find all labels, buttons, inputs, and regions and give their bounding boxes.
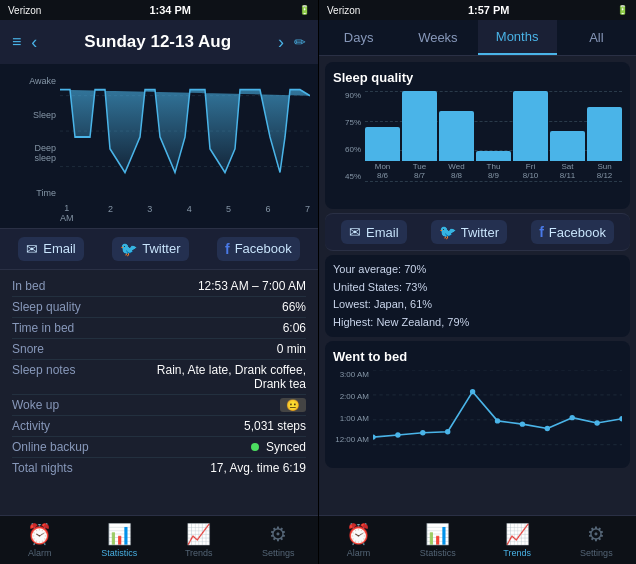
- stat-row-timeinbed: Time in bed 6:06: [12, 318, 306, 339]
- tab-weeks[interactable]: Weeks: [398, 20, 477, 55]
- left-facebook-btn[interactable]: f Facebook: [217, 237, 300, 261]
- svg-point-9: [420, 430, 425, 435]
- right-trends-icon: 📈: [505, 522, 530, 546]
- mood-icon: 😐: [280, 398, 306, 412]
- line-y-1am: 1:00 AM: [340, 414, 369, 423]
- svg-point-14: [545, 426, 550, 431]
- tab-all[interactable]: All: [557, 20, 636, 55]
- stat-value-timeinbed: 6:06: [283, 321, 306, 335]
- bar-col-thu: Thu8/9: [476, 91, 511, 181]
- tab-days[interactable]: Days: [319, 20, 398, 55]
- right-nav-alarm[interactable]: ⏰ Alarm: [319, 516, 398, 564]
- stat-label-snore: Snore: [12, 342, 44, 356]
- svg-point-11: [470, 389, 475, 394]
- left-nav-statistics[interactable]: 📊 Statistics: [80, 516, 160, 564]
- left-twitter-label: Twitter: [142, 241, 180, 256]
- svg-point-17: [619, 416, 622, 421]
- right-status-bar: Verizon 1:57 PM 🔋: [319, 0, 636, 20]
- went-to-bed-title: Went to bed: [333, 349, 622, 364]
- stat-label-inbed: In bed: [12, 279, 45, 293]
- stat-row-wokeup: Woke up 😐: [12, 395, 306, 416]
- x-label-3: 3: [147, 204, 152, 224]
- bar-col-mon: Mon8/6: [365, 91, 400, 181]
- stat-label-quality: Sleep quality: [12, 300, 81, 314]
- right-nav-trends[interactable]: 📈 Trends: [478, 516, 557, 564]
- left-status-icons: 🔋: [299, 5, 310, 15]
- left-date-title: Sunday 12-13 Aug: [84, 32, 231, 52]
- stat-label-notes: Sleep notes: [12, 363, 75, 391]
- right-statistics-icon: 📊: [425, 522, 450, 546]
- settings-icon: ⚙: [269, 522, 287, 546]
- bar-col-sun: Sun8/12: [587, 91, 622, 181]
- right-nav-statistics[interactable]: 📊 Statistics: [398, 516, 477, 564]
- y-label-sleep: Sleep: [8, 110, 60, 120]
- settings-label: Settings: [262, 548, 295, 558]
- left-twitter-btn[interactable]: 🐦 Twitter: [112, 237, 188, 261]
- left-nav-settings[interactable]: ⚙ Settings: [239, 516, 319, 564]
- avg-line: Your average: 70%: [333, 261, 622, 279]
- bar-wed: [439, 111, 474, 161]
- twitter-icon: 🐦: [120, 241, 137, 257]
- svg-point-10: [445, 429, 450, 434]
- bar-fri: [513, 91, 548, 161]
- edit-icon[interactable]: ✏: [294, 34, 306, 50]
- stat-row-inbed: In bed 12:53 AM – 7:00 AM: [12, 276, 306, 297]
- bar-x-label-mon: Mon8/6: [375, 163, 391, 181]
- forward-icon[interactable]: ›: [278, 32, 284, 53]
- right-facebook-icon: f: [539, 224, 544, 240]
- right-nav-settings[interactable]: ⚙ Settings: [557, 516, 636, 564]
- stat-value-inbed: 12:53 AM – 7:00 AM: [198, 279, 306, 293]
- bar-chart-inner: Mon8/6Tue8/7Wed8/8Thu8/9Fri8/10Sat8/11Su…: [365, 91, 622, 181]
- left-nav-trends[interactable]: 📈 Trends: [159, 516, 239, 564]
- left-header: ≡ ‹ Sunday 12-13 Aug › ✏: [0, 20, 318, 64]
- right-email-icon: ✉: [349, 224, 361, 240]
- right-facebook-btn[interactable]: f Facebook: [531, 220, 614, 244]
- line-y-12am: 12:00 AM: [335, 435, 369, 444]
- back-icon[interactable]: ‹: [31, 32, 37, 53]
- bar-sat: [550, 131, 585, 161]
- right-email-btn[interactable]: ✉ Email: [341, 220, 407, 244]
- left-time: 1:34 PM: [149, 4, 191, 16]
- stat-row-quality: Sleep quality 66%: [12, 297, 306, 318]
- bar-col-tue: Tue8/7: [402, 91, 437, 181]
- email-icon: ✉: [26, 241, 38, 257]
- avg-line: United States: 73%: [333, 279, 622, 297]
- right-share-row: ✉ Email 🐦 Twitter f Facebook: [325, 213, 630, 251]
- right-facebook-label: Facebook: [549, 225, 606, 240]
- right-bottom-nav: ⏰ Alarm 📊 Statistics 📈 Trends ⚙ Settings: [319, 515, 636, 564]
- svg-point-7: [373, 435, 376, 440]
- left-email-btn[interactable]: ✉ Email: [18, 237, 84, 261]
- sleep-quality-title: Sleep quality: [333, 70, 622, 85]
- averages-section: Your average: 70%United States: 73%Lowes…: [325, 255, 630, 337]
- left-bottom-nav: ⏰ Alarm 📊 Statistics 📈 Trends ⚙ Settings: [0, 515, 318, 564]
- left-panel: Verizon 1:34 PM 🔋 ≡ ‹ Sunday 12-13 Aug ›…: [0, 0, 318, 564]
- left-status-bar: Verizon 1:34 PM 🔋: [0, 0, 318, 20]
- line-chart-svg: [373, 370, 622, 446]
- went-to-bed-section: Went to bed 3:00 AM 2:00 AM 1:00 AM 12:0…: [325, 341, 630, 468]
- right-twitter-btn[interactable]: 🐦 Twitter: [431, 220, 507, 244]
- right-email-label: Email: [366, 225, 399, 240]
- alarm-icon: ⏰: [27, 522, 52, 546]
- grid-line-bot: [365, 181, 622, 182]
- sleep-quality-section: Sleep quality 90% 75% 60% 45%: [325, 62, 630, 209]
- x-label-4: 4: [187, 204, 192, 224]
- left-nav-alarm[interactable]: ⏰ Alarm: [0, 516, 80, 564]
- left-email-label: Email: [43, 241, 76, 256]
- svg-point-12: [495, 419, 500, 424]
- bar-col-fri: Fri8/10: [513, 91, 548, 181]
- stat-row-snore: Snore 0 min: [12, 339, 306, 360]
- tab-months[interactable]: Months: [478, 20, 557, 55]
- svg-point-8: [395, 433, 400, 438]
- bar-x-label-thu: Thu8/9: [487, 163, 501, 181]
- menu-icon[interactable]: ≡: [12, 33, 21, 51]
- right-settings-icon: ⚙: [587, 522, 605, 546]
- stat-row-notes: Sleep notes Rain, Ate late, Drank coffee…: [12, 360, 306, 395]
- stat-label-nights: Total nights: [12, 461, 73, 475]
- left-facebook-label: Facebook: [235, 241, 292, 256]
- x-label-1: 1AM: [60, 204, 74, 224]
- bar-x-label-wed: Wed8/8: [448, 163, 464, 181]
- stat-value-wokeup: 😐: [280, 398, 306, 412]
- bar-x-label-sun: Sun8/12: [597, 163, 613, 181]
- right-panel: Verizon 1:57 PM 🔋 Days Weeks Months All …: [318, 0, 636, 564]
- went-to-bed-chart: 3:00 AM 2:00 AM 1:00 AM 12:00 AM: [333, 370, 622, 460]
